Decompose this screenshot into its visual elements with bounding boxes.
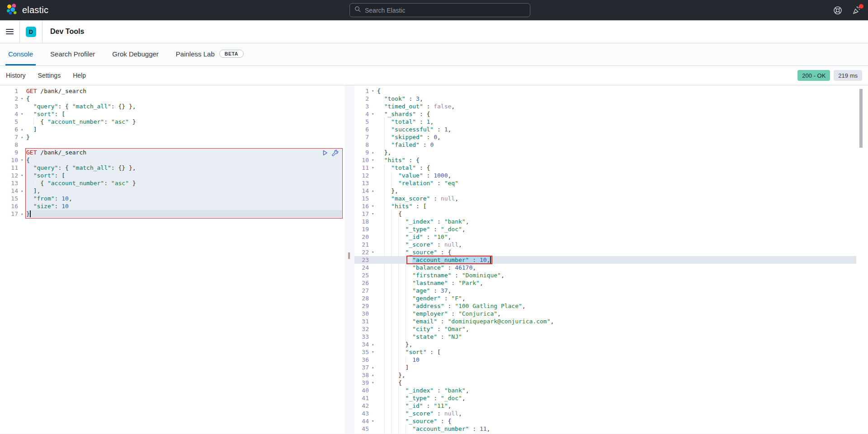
newsfeed-icon[interactable] [852,5,862,15]
code-line-34[interactable]: 34▴ }, [354,341,856,348]
fold-arrow-icon[interactable]: ▴ [20,133,26,141]
global-search[interactable] [349,3,530,17]
code-line-20[interactable]: 20 "_id" : "10", [354,233,856,241]
fold-arrow-icon[interactable]: ▾ [20,156,26,164]
code-line-45[interactable]: 45 "account_number" : 11, [354,425,856,433]
tab-painless-lab[interactable]: Painless LabBETA [173,43,246,65]
code-line-16[interactable]: 16▾ "hits" : [ [354,202,856,210]
code-line-11[interactable]: 11 "query": { "match_all": {} }, [0,164,344,172]
fold-arrow-icon[interactable]: ▴ [371,371,377,379]
tab-console[interactable]: Console [5,43,36,65]
search-input[interactable] [365,7,525,14]
code-line-28[interactable]: 28 "gender" : "F", [354,294,856,302]
code-line-14[interactable]: 14▴ }, [354,187,856,195]
console-link-settings[interactable]: Settings [38,72,61,79]
fold-arrow-icon[interactable]: ▾ [371,87,377,95]
fold-arrow-icon[interactable]: ▾ [20,110,26,118]
code-line-5[interactable]: 5 "total" : 1, [354,118,856,126]
send-request-button[interactable] [322,149,328,156]
fold-arrow-icon[interactable]: ▴ [371,149,377,156]
fold-arrow-icon[interactable]: ▴ [371,187,377,195]
code-line-46[interactable]: 46 "balance" : 20203, [354,433,856,434]
code-line-30[interactable]: 30 "employer" : "Conjurica", [354,310,856,317]
code-line-2[interactable]: 2 "took" : 3, [354,95,856,103]
code-line-13[interactable]: 13 "relation" : "eq" [354,179,856,187]
scrollbar-thumb[interactable] [859,89,863,148]
code-line-29[interactable]: 29 "address" : "100 Gatling Place", [354,302,856,310]
code-line-11[interactable]: 11▾ "total" : { [354,164,856,172]
code-line-15[interactable]: 15 "from": 10, [0,195,344,202]
code-line-35[interactable]: 35▾ "sort" : [ [354,348,856,356]
code-line-4[interactable]: 4▾ "sort": [ [0,110,344,118]
code-line-31[interactable]: 31 "email" : "dominiquepark@conjurica.co… [354,317,856,325]
code-line-41[interactable]: 41 "_type" : "_doc", [354,394,856,402]
code-line-44[interactable]: 44▾ "_source" : { [354,417,856,425]
fold-arrow-icon[interactable]: ▴ [20,126,26,133]
fold-arrow-icon[interactable]: ▾ [20,172,26,179]
code-line-40[interactable]: 40 "_index" : "bank", [354,387,856,394]
code-line-17[interactable]: 17▾ { [354,210,856,218]
code-line-9[interactable]: 9▴ }, [354,149,856,156]
console-link-help[interactable]: Help [73,72,86,79]
help-icon[interactable] [833,5,843,15]
code-line-43[interactable]: 43 "_score" : null, [354,410,856,417]
fold-arrow-icon[interactable]: ▾ [20,95,26,103]
code-line-27[interactable]: 27 "age" : 37, [354,287,856,294]
code-line-7[interactable]: 7 "skipped" : 0, [354,133,856,141]
code-line-4[interactable]: 4▾ "_shards" : { [354,110,856,118]
code-line-36[interactable]: 36 10 [354,356,856,364]
code-line-33[interactable]: 33 "state" : "NJ" [354,333,856,341]
fold-arrow-icon[interactable]: ▾ [371,210,377,218]
code-line-1[interactable]: 1GET /bank/_search [0,87,344,95]
fold-arrow-icon[interactable]: ▴ [20,210,26,218]
fold-arrow-icon[interactable]: ▾ [371,248,377,256]
code-line-21[interactable]: 21 "_score" : null, [354,241,856,248]
code-line-5[interactable]: 5 { "account_number": "asc" } [0,118,344,126]
code-line-32[interactable]: 32 "city" : "Omar", [354,325,856,333]
code-line-13[interactable]: 13 { "account_number": "asc" } [0,179,344,187]
code-line-25[interactable]: 25 "firstname" : "Dominique", [354,271,856,279]
fold-arrow-icon[interactable]: ▴ [371,341,377,348]
code-line-10[interactable]: 10▾ "hits" : { [354,156,856,164]
tab-search-profiler[interactable]: Search Profiler [47,43,98,65]
fold-arrow-icon[interactable]: ▾ [371,110,377,118]
tab-grok-debugger[interactable]: Grok Debugger [109,43,161,65]
code-line-6[interactable]: 6 "successful" : 1, [354,126,856,133]
code-line-15[interactable]: 15 "max_score" : null, [354,195,856,202]
space-avatar[interactable]: D [26,27,36,37]
code-line-8[interactable]: 8 "failed" : 0 [354,141,856,149]
code-line-23[interactable]: 23 "account_number" : 10, [354,256,856,264]
code-line-12[interactable]: 12▾ "sort": [ [0,172,344,179]
wrench-button[interactable] [332,149,339,156]
code-line-14[interactable]: 14▴ ], [0,187,344,195]
code-line-17[interactable]: 17▴} [0,210,344,218]
code-line-8[interactable]: 8 [0,141,344,149]
code-line-1[interactable]: 1▾{ [354,87,856,95]
code-line-26[interactable]: 26 "lastname" : "Park", [354,279,856,287]
panel-resize-handle[interactable]: ‖ [344,252,354,261]
code-line-6[interactable]: 6▴ ] [0,126,344,133]
fold-arrow-icon[interactable]: ▾ [371,164,377,172]
fold-arrow-icon[interactable]: ▾ [371,348,377,356]
code-line-39[interactable]: 39▾ { [354,379,856,387]
code-line-12[interactable]: 12 "value" : 1000, [354,172,856,179]
code-line-3[interactable]: 3 "timed_out" : false, [354,103,856,110]
code-line-18[interactable]: 18 "_index" : "bank", [354,218,856,225]
code-line-9[interactable]: 9GET /bank/_search [0,149,344,156]
fold-arrow-icon[interactable]: ▾ [371,156,377,164]
code-line-19[interactable]: 19 "_type" : "_doc", [354,225,856,233]
code-line-37[interactable]: 37▴ ] [354,364,856,371]
code-line-16[interactable]: 16 "size": 10 [0,202,344,210]
code-line-3[interactable]: 3 "query": { "match_all": {} }, [0,103,344,110]
fold-arrow-icon[interactable]: ▾ [371,379,377,387]
console-link-history[interactable]: History [6,72,26,79]
code-line-10[interactable]: 10▾{ [0,156,344,164]
code-line-24[interactable]: 24 "balance" : 46170, [354,264,856,271]
code-line-22[interactable]: 22▾ "_source" : { [354,248,856,256]
fold-arrow-icon[interactable]: ▾ [371,202,377,210]
request-editor[interactable]: 1GET /bank/_search2▾{3 "query": { "match… [0,85,344,434]
elastic-brand[interactable]: elastic [0,3,48,17]
fold-arrow-icon[interactable]: ▾ [371,417,377,425]
code-line-38[interactable]: 38▴ }, [354,371,856,379]
code-line-42[interactable]: 42 "_id" : "11", [354,402,856,410]
